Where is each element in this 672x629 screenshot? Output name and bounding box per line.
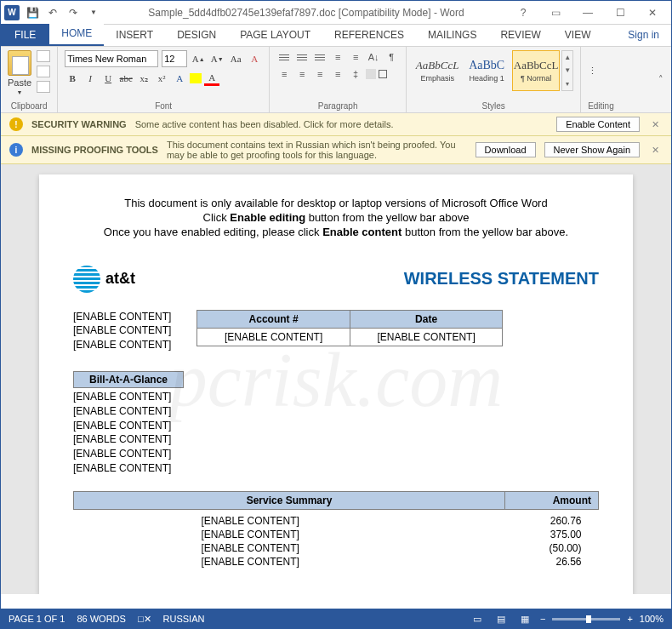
clear-format-icon[interactable]: A — [247, 51, 262, 66]
service-summary-header: Service Summary — [74, 491, 505, 509]
paste-button[interactable]: Paste ▼ — [8, 50, 31, 95]
subscript-button[interactable]: x₂ — [136, 71, 151, 86]
document-header: at&t WIRELESS STATEMENT — [73, 266, 599, 293]
strike-button[interactable]: abc — [118, 71, 134, 86]
numbering-icon[interactable] — [294, 50, 310, 64]
save-icon[interactable]: 💾 — [25, 5, 40, 20]
print-layout-icon[interactable]: ▤ — [493, 612, 510, 626]
style-emphasis[interactable]: AaBbCcL Emphasis — [413, 50, 461, 91]
text-effects-icon[interactable]: A — [172, 71, 187, 86]
tab-design[interactable]: DESIGN — [165, 24, 228, 46]
amount-header: Amount — [505, 491, 599, 509]
group-styles: AaBbCcL Emphasis AaBbC Heading 1 AaBbCcL… — [407, 47, 581, 112]
underline-button[interactable]: U — [100, 71, 116, 86]
download-proofing-button[interactable]: Download — [476, 142, 536, 157]
group-clipboard: Paste ▼ Clipboard — [1, 47, 58, 112]
page-count[interactable]: PAGE 1 OF 1 — [9, 614, 65, 624]
shading-icon[interactable] — [366, 69, 376, 79]
att-globe-icon — [73, 266, 100, 293]
account-header: Account # — [197, 310, 350, 328]
align-center-icon[interactable]: ≡ — [294, 67, 310, 81]
font-name-select[interactable] — [65, 50, 158, 67]
word-app-icon: W — [4, 5, 20, 20]
shield-warn-icon: ! — [9, 117, 23, 131]
chevron-down-icon: ▼ — [562, 65, 572, 77]
never-show-button[interactable]: Never Show Again — [544, 142, 641, 157]
borders-icon[interactable] — [379, 70, 387, 78]
superscript-button[interactable]: x² — [154, 71, 169, 86]
highlight-icon[interactable] — [190, 73, 202, 83]
ribbon: Paste ▼ Clipboard A▲ A▼ Aa A B I — [1, 47, 671, 113]
zoom-out-icon[interactable]: − — [540, 614, 545, 624]
tab-mailings[interactable]: MAILINGS — [416, 24, 488, 46]
document-page: This document is only available for desk… — [39, 174, 633, 594]
document-intro: This document is only available for desk… — [73, 197, 599, 240]
window-title: Sample_5dd4dfb02745e139efaf7897.doc [Com… — [101, 7, 511, 19]
styles-gallery-more[interactable]: ▲ ▼ ▾ — [561, 50, 573, 91]
grow-font-icon[interactable]: A▲ — [191, 51, 206, 66]
title-bar: W 💾 ↶ ↷ ▼ Sample_5dd4dfb02745e139efaf789… — [1, 1, 671, 25]
chevron-down-icon: ▼ — [17, 89, 23, 95]
show-marks-icon[interactable]: ¶ — [384, 50, 399, 64]
multilevel-icon[interactable] — [312, 50, 327, 64]
font-size-select[interactable] — [162, 50, 187, 67]
font-group-label: Font — [65, 100, 262, 111]
line-spacing-icon[interactable]: ‡ — [348, 67, 363, 81]
proofing-warning-close-icon[interactable]: ✕ — [648, 145, 663, 156]
tab-page-layout[interactable]: PAGE LAYOUT — [228, 24, 322, 46]
align-right-icon[interactable]: ≡ — [312, 67, 327, 81]
style-heading1[interactable]: AaBbC Heading 1 — [463, 50, 510, 91]
decrease-indent-icon[interactable]: ≡ — [330, 50, 345, 64]
redo-icon[interactable]: ↷ — [65, 5, 81, 20]
tab-references[interactable]: REFERENCES — [322, 24, 416, 46]
bullets-icon[interactable] — [276, 50, 292, 64]
editing-group-label: Editing — [588, 100, 614, 111]
date-header: Date — [350, 310, 503, 328]
zoom-slider[interactable] — [552, 618, 620, 620]
align-left-icon[interactable]: ≡ — [276, 67, 292, 81]
italic-button[interactable]: I — [83, 71, 98, 86]
undo-icon[interactable]: ↶ — [45, 5, 60, 20]
web-layout-icon[interactable]: ▦ — [516, 612, 533, 626]
help-icon[interactable]: ? — [511, 5, 535, 20]
format-painter-button[interactable] — [37, 81, 50, 93]
copy-button[interactable] — [37, 66, 50, 77]
font-color-icon[interactable]: A — [204, 71, 219, 86]
zoom-level[interactable]: 100% — [640, 614, 663, 624]
bill-glance-header: Bill-At-A-Glance — [73, 371, 184, 388]
ribbon-options-icon[interactable]: ▭ — [544, 5, 567, 20]
justify-icon[interactable]: ≡ — [330, 67, 345, 81]
cut-button[interactable] — [37, 50, 50, 62]
group-paragraph: ≡ ≡ A↓ ¶ ≡ ≡ ≡ ≡ ‡ Paragraph — [270, 47, 407, 112]
sign-in-link[interactable]: Sign in — [616, 24, 671, 46]
ribbon-tabs: FILE HOME INSERT DESIGN PAGE LAYOUT REFE… — [1, 25, 671, 47]
tab-home[interactable]: HOME — [49, 22, 104, 46]
tab-review[interactable]: REVIEW — [488, 24, 552, 46]
security-warning-close-icon[interactable]: ✕ — [648, 119, 663, 130]
paragraph-group-label: Paragraph — [276, 100, 399, 111]
style-normal[interactable]: AaBbCcL ¶ Normal — [512, 50, 560, 91]
sort-icon[interactable]: A↓ — [366, 50, 381, 64]
tab-insert[interactable]: INSERT — [104, 24, 165, 46]
shrink-font-icon[interactable]: A▼ — [209, 51, 225, 66]
account-table: Account #Date [ENABLE CONTENT][ENABLE CO… — [196, 310, 503, 346]
document-area[interactable]: pcrisk.com This document is only availab… — [1, 164, 671, 594]
tab-view[interactable]: VIEW — [553, 24, 603, 46]
maximize-icon[interactable]: ☐ — [608, 5, 632, 20]
bold-button[interactable]: B — [65, 71, 80, 86]
qat-dropdown-icon[interactable]: ▼ — [86, 5, 101, 20]
word-count[interactable]: 86 WORDS — [77, 614, 125, 624]
close-icon[interactable]: ✕ — [641, 5, 664, 20]
zoom-in-icon[interactable]: + — [627, 614, 632, 624]
language-status[interactable]: RUSSIAN — [163, 614, 205, 624]
security-warning-bar: ! SECURITY WARNING Some active content h… — [1, 113, 671, 136]
status-bar: PAGE 1 OF 1 86 WORDS □✕ RUSSIAN ▭ ▤ ▦ − … — [0, 609, 672, 629]
proofing-status-icon[interactable]: □✕ — [138, 614, 151, 625]
collapse-ribbon-icon[interactable]: ˄ — [656, 74, 671, 85]
change-case-icon[interactable]: Aa — [228, 51, 243, 66]
minimize-icon[interactable]: — — [576, 5, 600, 20]
tab-file[interactable]: FILE — [1, 24, 49, 46]
enable-content-button[interactable]: Enable Content — [556, 117, 640, 132]
increase-indent-icon[interactable]: ≡ — [348, 50, 363, 64]
read-mode-icon[interactable]: ▭ — [469, 612, 486, 626]
